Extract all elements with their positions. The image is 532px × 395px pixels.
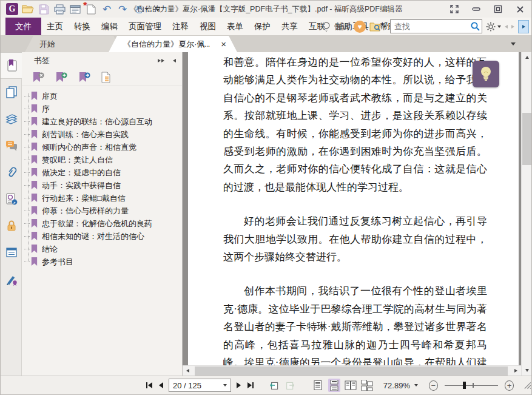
paragraph: 创作本书期间，我结识了一位很有个性的登山者埃里克·德康。这位毕业于巴黎综合理工学… (223, 282, 487, 365)
tab-start[interactable]: 开始 (25, 36, 122, 52)
menu-convert[interactable]: 转换 (69, 18, 96, 35)
horizontal-scroll-track[interactable] (193, 366, 511, 376)
tab-list-dropdown[interactable] (511, 42, 516, 46)
bookmark-label: 建立良好的联结：信心源自互动 (42, 116, 152, 127)
zoom-percentage[interactable]: 72.89% (383, 381, 410, 390)
panel-destinations-button[interactable] (1, 239, 22, 266)
bookmark-label: 扉页 (42, 91, 58, 102)
history-forward-icon[interactable] (511, 25, 514, 29)
panel-security-button[interactable] (1, 212, 22, 239)
add-bookmark-icon[interactable] (55, 72, 68, 83)
next-page-button[interactable] (235, 381, 242, 390)
facing-view-button[interactable] (345, 379, 357, 392)
menu-view[interactable]: 视图 (194, 18, 221, 35)
panel-bookmarks-button[interactable] (1, 52, 22, 79)
bookmark-item[interactable]: 结论 (22, 243, 182, 255)
horizontal-scrollbar[interactable] (183, 365, 521, 376)
bookmark-item[interactable]: 建立良好的联结：信心源自互动 (22, 115, 182, 128)
vertical-scroll-thumb[interactable] (522, 113, 531, 165)
menu-file[interactable]: 文件 (5, 18, 41, 35)
panel-layers-button[interactable] (1, 106, 22, 132)
bookmark-item[interactable]: 参考书目 (22, 255, 182, 268)
expand-panel-icon[interactable] (158, 59, 164, 62)
ai-assistant-button[interactable] (473, 61, 499, 87)
last-page-button[interactable] (246, 381, 255, 390)
bookmark-label: 动手：实践中获得自信 (42, 180, 121, 191)
history-back-icon[interactable] (505, 25, 508, 29)
zoom-slider-handle[interactable] (463, 382, 466, 389)
facing-continuous-view-button[interactable] (361, 379, 373, 392)
bookmark-item[interactable]: 刻苦训练：信心来自实践 (22, 128, 182, 141)
menu-protect[interactable]: 保护 (249, 18, 276, 35)
menu-form[interactable]: 表单 (221, 18, 249, 35)
continuous-view-button[interactable] (328, 379, 340, 392)
page-combo-caret[interactable] (223, 384, 227, 387)
bookmark-item[interactable]: 倾听内心的声音：相信直觉 (22, 141, 182, 154)
zoom-slider-tick (473, 383, 473, 388)
tell-me-label[interactable]: 告诉 (334, 21, 352, 32)
settings-button[interactable] (486, 22, 501, 32)
bookmark-item[interactable]: 序 (22, 103, 182, 115)
menu-edit[interactable]: 编辑 (96, 18, 123, 35)
first-page-button[interactable] (145, 381, 153, 390)
panel-comments-button[interactable] (1, 132, 22, 159)
goto-bookmark-icon[interactable] (78, 72, 91, 83)
document-sign-icon (4, 192, 19, 206)
search-folder-button[interactable] (369, 22, 386, 32)
heart-icon[interactable]: ♥ (354, 21, 366, 33)
panel-signatures-button[interactable] (1, 266, 22, 292)
scroll-left-icon[interactable] (183, 366, 193, 376)
next-view-button[interactable] (285, 380, 295, 391)
expand-bookmarks-icon[interactable] (101, 72, 112, 83)
collapse-panel-icon[interactable] (173, 59, 176, 62)
zoom-slider[interactable] (445, 380, 498, 390)
bookmark-item[interactable]: 扉页 (22, 90, 182, 103)
menu-home[interactable]: 主页 (41, 18, 69, 35)
previous-view-button[interactable] (269, 380, 280, 391)
minimize-button[interactable] (467, 2, 485, 16)
scroll-up-icon[interactable] (522, 52, 532, 62)
menu-share[interactable]: 共享 (276, 18, 303, 35)
menu-comment[interactable]: 注释 (167, 18, 194, 35)
panel-attachments-button[interactable] (1, 159, 22, 186)
bookmark-item[interactable]: 仰慕：信心与榜样的力量 (22, 204, 182, 217)
zoom-dropdown-caret[interactable] (414, 384, 418, 387)
previous-page-button[interactable] (158, 381, 164, 390)
bookmark-item[interactable]: 动手：实践中获得自信 (22, 179, 182, 192)
bookmark-icon (30, 219, 38, 228)
scroll-right-icon[interactable] (511, 366, 521, 376)
panel-fields-button[interactable] (1, 186, 22, 212)
delete-bookmark-icon[interactable] (32, 72, 45, 83)
resize-grip-icon[interactable] (524, 381, 531, 390)
menu-page-management[interactable]: 页面管理 (123, 18, 167, 35)
bookmark-icon (30, 206, 38, 215)
panel-pages-button[interactable] (1, 79, 22, 106)
vertical-scrollbar[interactable] (521, 52, 531, 376)
tab-document-active[interactable]: 《自信的力量》夏尔·佩... × (109, 36, 237, 52)
save-button[interactable] (36, 2, 52, 16)
horizontal-scroll-thumb[interactable] (195, 366, 508, 376)
bookmark-label: 结论 (42, 244, 58, 255)
ribbon-more-button[interactable] (518, 20, 529, 33)
bookmark-item[interactable]: 赞叹吧：美让人自信 (22, 154, 182, 166)
search-icon[interactable] (470, 21, 480, 32)
bookmark-item[interactable]: 行动起来：柴鲲□戴自信 (22, 192, 182, 204)
print-button[interactable] (52, 2, 67, 16)
zoom-out-button[interactable]: − (429, 380, 439, 391)
page-number-combo[interactable]: 20 / 125 (169, 379, 231, 392)
tab-close-icon[interactable]: × (221, 39, 226, 49)
close-button[interactable] (511, 2, 529, 16)
page-number-value[interactable]: 20 / 125 (173, 381, 221, 390)
find-input[interactable] (390, 19, 482, 33)
restore-button[interactable] (489, 2, 507, 16)
single-page-view-button[interactable] (312, 379, 324, 392)
bookmark-item[interactable]: 忠于欲望：化解信心危机的良药 (22, 217, 182, 230)
scroll-down-icon[interactable] (522, 365, 532, 376)
bookmark-icon (30, 257, 38, 266)
open-file-button[interactable] (20, 2, 36, 16)
zoom-in-button[interactable]: + (505, 380, 514, 391)
bookmark-icon (30, 117, 38, 126)
bookmark-item[interactable]: 做决定：疑虑中的自信 (22, 166, 182, 179)
bookmark-item[interactable]: 相信未知的谜：对生活的信心 (22, 230, 182, 243)
toggle-panels-icon[interactable] (445, 2, 463, 16)
